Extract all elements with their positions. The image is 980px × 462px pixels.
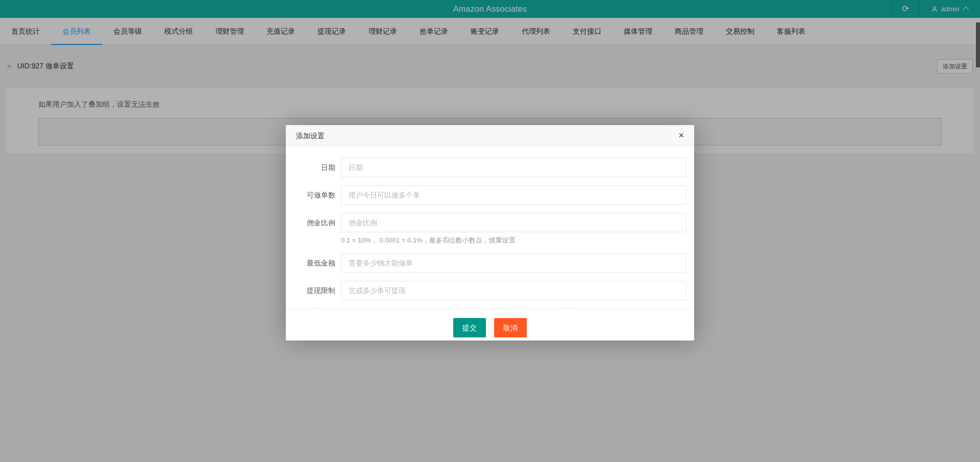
field-label: 可做单数 [286, 185, 341, 205]
field-label: 最低金额 [286, 253, 341, 273]
withdraw-limit-input[interactable] [341, 281, 687, 300]
min-amount-input[interactable] [341, 253, 687, 273]
date-input[interactable] [341, 158, 687, 177]
add-setting-modal: 添加设置 × 日期 可做单数 佣金比例 0.1 = 10%， 0.0001 = … [286, 125, 694, 341]
modal-form: 日期 可做单数 佣金比例 0.1 = 10%， 0.0001 = 0.1%，最多… [286, 147, 694, 300]
submit-button[interactable]: 提交 [453, 318, 486, 337]
commission-help-text: 0.1 = 10%， 0.0001 = 0.1%，最多四位数小数点，慎重设置 [341, 236, 687, 245]
modal-footer: 提交 取消 [286, 308, 694, 345]
modal-header: 添加设置 × [286, 125, 694, 147]
order-count-input[interactable] [341, 185, 687, 205]
form-row-order-count: 可做单数 [286, 185, 687, 205]
vertical-scrollbar[interactable] [976, 22, 980, 67]
form-row-commission: 佣金比例 0.1 = 10%， 0.0001 = 0.1%，最多四位数小数点，慎… [286, 213, 687, 245]
form-row-date: 日期 [286, 158, 687, 177]
form-row-withdraw-limit: 提现限制 [286, 281, 687, 300]
cancel-button[interactable]: 取消 [494, 318, 527, 337]
field-label: 提现限制 [286, 281, 341, 300]
field-label: 佣金比例 [286, 213, 341, 245]
modal-title: 添加设置 [296, 132, 325, 140]
commission-rate-input[interactable] [341, 213, 687, 232]
close-icon[interactable]: × [676, 125, 686, 147]
field-label: 日期 [286, 158, 341, 177]
form-row-min-amount: 最低金额 [286, 253, 687, 273]
